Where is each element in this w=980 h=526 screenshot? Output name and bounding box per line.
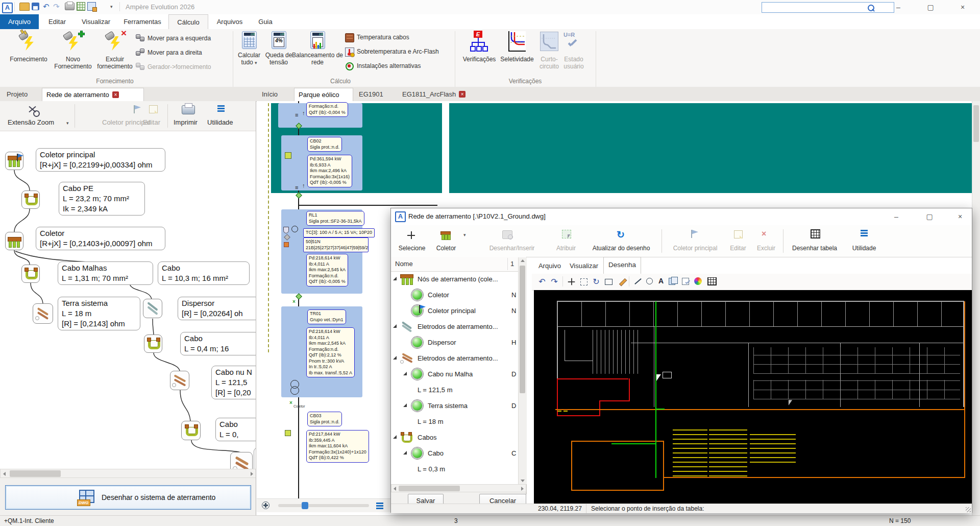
coletor-dropdown-icon[interactable]: ▾ — [463, 232, 466, 237]
seletividade-button[interactable]: Seletividade — [497, 56, 537, 63]
redo-icon[interactable]: ↷ — [549, 277, 559, 287]
tree-item-coletor-principal[interactable]: Coletor principal N — [391, 303, 518, 319]
verificacoes-button[interactable]: Verificações — [460, 56, 499, 63]
tab-rede-de-aterramento[interactable]: Rede de aterramento× — [42, 88, 144, 101]
close-icon[interactable]: × — [112, 91, 119, 98]
novo-fornecimento-icon[interactable] — [62, 32, 83, 52]
scroll-left-icon[interactable] — [394, 487, 396, 491]
tree-header-nome[interactable]: Nome — [395, 260, 413, 268]
scroll-down-icon[interactable] — [521, 480, 525, 482]
refresh-icon[interactable]: ↻ — [617, 230, 625, 240]
schematic-label[interactable]: RL1Sigla prot.:SF2-36-31,5kA — [306, 211, 364, 226]
dispersor-icon[interactable] — [143, 299, 162, 318]
expand-icon[interactable] — [403, 372, 407, 375]
zoom-extents-icon[interactable] — [27, 104, 38, 115]
tree-item-length[interactable]: L = 18 m — [391, 414, 518, 430]
node-cabo-malhas[interactable]: Cabo MalhasL = 1,31 m; 70 mm² — [58, 261, 153, 285]
tree-item-cabo[interactable]: Cabo C — [391, 446, 518, 462]
tab-projeto[interactable]: Projeto× — [3, 88, 41, 101]
properties-icon[interactable] — [87, 2, 96, 11]
calcular-tudo-button[interactable]: Calcular tudo ▾ — [234, 52, 264, 66]
undo-icon[interactable]: ↶ — [43, 2, 50, 12]
redo-icon[interactable]: ↷ — [53, 2, 60, 12]
scroll-right-icon[interactable] — [251, 472, 253, 476]
menu-calculo[interactable]: Cálculo — [168, 14, 208, 29]
tree-item-dispersor[interactable]: Dispersor H — [391, 335, 518, 351]
coletor-icon[interactable] — [5, 232, 23, 250]
dlg-tab-visualizar[interactable]: Visualizar — [565, 258, 603, 274]
node-coletor[interactable]: Coletor[R+jX] = [0,21403+j0,00097] ohm — [36, 227, 165, 250]
tree-item-length[interactable]: L = 121,5 m — [391, 382, 518, 398]
table-icon[interactable] — [707, 277, 717, 285]
schematic-label[interactable]: 50|51N21B|25|27|27|37|46|47|59|59/2|59N — [303, 237, 369, 252]
print-icon[interactable] — [65, 3, 75, 10]
tree-horizontal-scrollbar[interactable] — [391, 484, 526, 492]
balanceamento-icon[interactable]: 128 — [310, 31, 325, 49]
menu-arquivo[interactable]: Arquivo — [0, 14, 39, 29]
close-icon[interactable]: × — [459, 91, 465, 98]
move-icon[interactable] — [568, 278, 575, 285]
node-cabo2[interactable]: CaboL = 0,4 m; 16 — [180, 332, 256, 355]
terra-sistema-icon[interactable] — [33, 303, 53, 324]
tree-vertical-scrollbar[interactable] — [518, 257, 527, 484]
schematic-label[interactable]: CB03Sigla prot.:n.d. — [307, 412, 342, 426]
minimize-button[interactable]: – — [891, 1, 906, 13]
cabo-icon[interactable] — [144, 334, 162, 353]
rotate-icon[interactable]: ↻ — [591, 277, 601, 287]
menu-editar[interactable]: Editar — [41, 14, 74, 29]
utilidade-button[interactable]: Utilidade — [207, 118, 233, 126]
schematic-label[interactable]: CB02Sigla prot.:n.d. — [307, 137, 342, 152]
tree-item-cabos[interactable]: Cabos — [391, 430, 518, 446]
coletor-icon[interactable] — [439, 230, 452, 241]
coletor-button[interactable]: Coletor — [433, 245, 459, 252]
tab-eg1901[interactable]: EG1901× — [355, 88, 397, 101]
tree-item-length[interactable]: L = 0,3 m — [391, 462, 518, 477]
imprimir-button[interactable]: Imprimir — [174, 118, 198, 126]
queda-tensao-icon[interactable]: 1284% — [272, 31, 286, 49]
scrollbar-thumb[interactable] — [973, 105, 979, 142]
instalacoes-alternativas-icon[interactable] — [345, 62, 353, 70]
expand-icon[interactable] — [393, 435, 397, 439]
scroll-up-icon[interactable] — [521, 259, 525, 262]
layers-check-icon[interactable] — [682, 278, 689, 285]
utilidade-icon[interactable] — [217, 105, 225, 113]
mover-direita-icon[interactable] — [136, 49, 144, 56]
cad-canvas[interactable] — [534, 290, 972, 504]
expand-icon[interactable] — [393, 324, 397, 328]
selecione-icon[interactable] — [407, 231, 415, 239]
undo-icon[interactable]: ↶ — [537, 277, 547, 287]
mover-esquerda-icon[interactable] — [136, 34, 144, 41]
node-cabo[interactable]: CaboL = 10,3 m; 16 mm² — [158, 261, 250, 285]
scrollbar-thumb[interactable] — [399, 486, 460, 491]
menu-visualizar[interactable]: Visualizar — [76, 14, 116, 29]
dialog-minimize-button[interactable]: – — [889, 210, 904, 223]
selecione-button[interactable]: Selecione — [395, 245, 429, 252]
tree-item-terra-sistema[interactable]: Terra sistema D — [391, 398, 518, 414]
utilidade-icon[interactable] — [861, 230, 868, 238]
expand-icon[interactable] — [393, 356, 397, 360]
excluir-fornecimento-button[interactable]: Excluir fornecimento — [92, 56, 138, 70]
schematic-label[interactable]: Pd:218,614 kWIb:4,011 AIkm max:2,545 kAF… — [306, 254, 348, 286]
rectangle-icon[interactable] — [605, 279, 612, 285]
tree-item-nos-aterramento[interactable]: Nós de aterramento (cole... — [391, 272, 518, 288]
menu-guia[interactable]: Guia — [251, 14, 280, 29]
tree-item-eletrodos-2[interactable]: Eletrodos de aterramento... — [391, 351, 518, 367]
node-dispersor[interactable]: Dispersor[R] = [0,20264] oh — [178, 297, 256, 320]
schematic-label[interactable]: Pd:218,614 kWIb:4,011 AIkm max:2,545 kAF… — [306, 327, 355, 377]
node-coletor-principal[interactable]: Coletor principal[R+jX] = [0,22199+j0,00… — [36, 148, 165, 172]
horizontal-scrollbar[interactable] — [0, 469, 256, 478]
schematic-label[interactable]: Formação:n.d.QdT (Ib):-0,004 % — [306, 102, 348, 117]
mover-direita-button[interactable]: Mover para a direita — [148, 49, 202, 57]
open-project-icon[interactable] — [19, 3, 30, 11]
verificacoes-icon[interactable]: E — [470, 31, 487, 51]
sobretemperatura-icon[interactable] — [345, 47, 354, 57]
zoom-slider-track[interactable] — [278, 504, 369, 507]
expand-icon[interactable] — [403, 451, 407, 455]
cabo-pe-icon[interactable] — [21, 190, 40, 209]
cabo-nu-icon[interactable] — [170, 371, 189, 390]
dlg-tab-arquivo[interactable]: Arquivo — [535, 258, 565, 274]
fornecimento-icon[interactable] — [18, 32, 38, 52]
table-calc-icon[interactable] — [77, 2, 85, 11]
cabo-icon[interactable] — [181, 421, 201, 440]
desenhar-tabela-icon[interactable] — [811, 229, 820, 238]
